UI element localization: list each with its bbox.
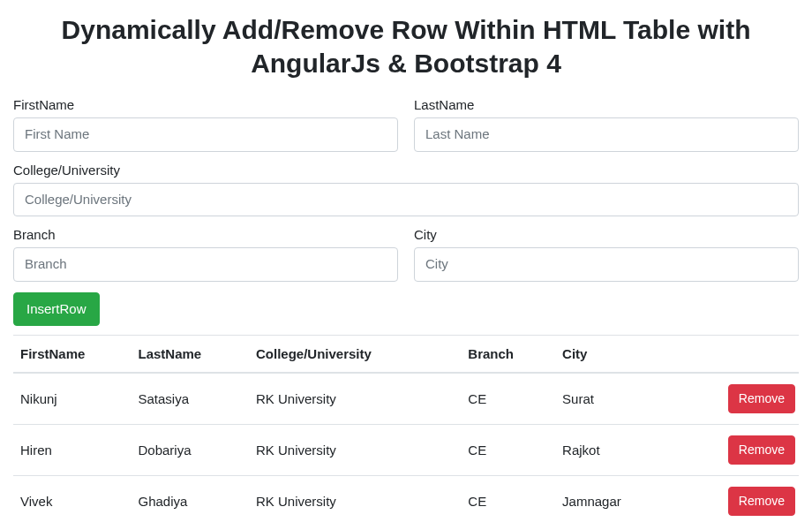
cell-action: Remove <box>680 373 799 425</box>
firstname-label: FirstName <box>13 97 398 112</box>
cell-college: RK University <box>249 425 461 476</box>
header-city: City <box>555 336 680 374</box>
branch-label: Branch <box>13 227 398 242</box>
cell-lastname: Dobariya <box>132 425 250 476</box>
table-row: NikunjSatasiyaRK UniversityCESuratRemove <box>13 373 799 425</box>
college-input[interactable] <box>13 183 799 217</box>
cell-firstname: Hiren <box>13 425 132 476</box>
cell-action: Remove <box>680 425 799 476</box>
cell-branch: CE <box>461 425 555 476</box>
table-row: HirenDobariyaRK UniversityCERajkotRemove <box>13 425 799 476</box>
header-action <box>680 336 799 374</box>
data-table: FirstName LastName College/University Br… <box>13 335 799 522</box>
cell-city: Rajkot <box>555 425 680 476</box>
remove-button[interactable]: Remove <box>728 435 795 465</box>
page-title: Dynamically Add/Remove Row Within HTML T… <box>13 13 799 79</box>
cell-lastname: Satasiya <box>132 373 250 425</box>
insert-row-button[interactable]: InsertRow <box>13 292 100 327</box>
header-college: College/University <box>249 336 461 374</box>
branch-input[interactable] <box>13 247 398 282</box>
cell-branch: CE <box>461 476 555 523</box>
header-lastname: LastName <box>132 336 250 374</box>
cell-firstname: Vivek <box>13 476 132 523</box>
cell-action: Remove <box>680 476 799 523</box>
firstname-input[interactable] <box>13 117 398 152</box>
header-branch: Branch <box>461 336 555 374</box>
table-row: VivekGhadiyaRK UniversityCEJamnagarRemov… <box>13 476 799 523</box>
cell-college: RK University <box>249 373 461 425</box>
cell-firstname: Nikunj <box>13 373 132 425</box>
cell-branch: CE <box>461 373 555 425</box>
remove-button[interactable]: Remove <box>728 384 795 413</box>
cell-college: RK University <box>249 476 461 523</box>
city-input[interactable] <box>414 247 799 282</box>
remove-button[interactable]: Remove <box>728 487 795 516</box>
cell-lastname: Ghadiya <box>132 476 250 523</box>
header-firstname: FirstName <box>13 336 132 374</box>
lastname-input[interactable] <box>414 117 799 152</box>
cell-city: Jamnagar <box>555 476 680 523</box>
college-label: College/University <box>13 163 799 178</box>
cell-city: Surat <box>555 373 680 425</box>
city-label: City <box>414 227 799 242</box>
lastname-label: LastName <box>414 97 799 112</box>
